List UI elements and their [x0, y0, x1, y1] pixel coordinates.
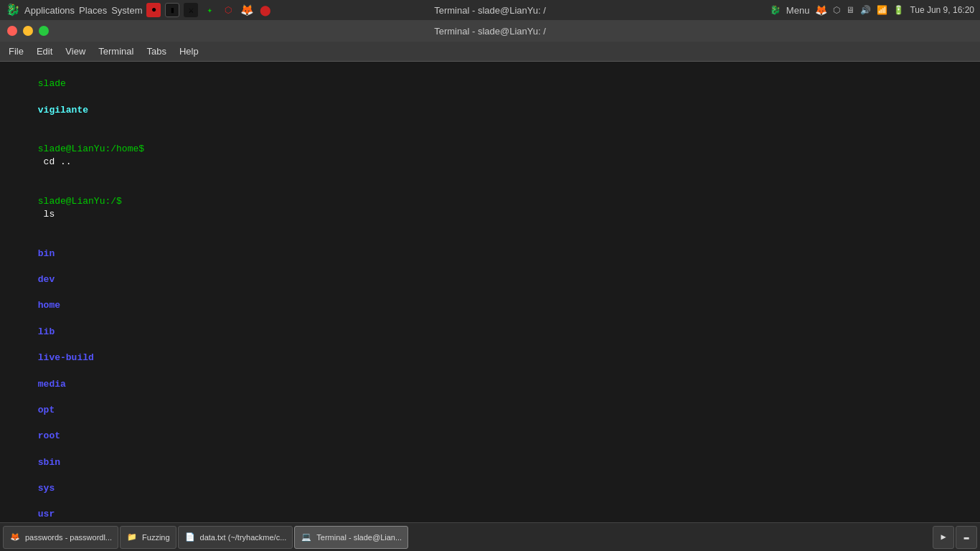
terminal-line: slade vigilante	[4, 65, 976, 130]
window-title: Terminal - slade@LianYu: /	[434, 26, 546, 37]
editor-taskbar-icon: 📄	[184, 532, 196, 543]
terminal-window: Terminal - slade@LianYu: / File Edit Vie…	[0, 20, 980, 522]
firefox-right-icon[interactable]: 🦊	[815, 4, 827, 16]
volume-icon: 🔊	[860, 5, 871, 15]
terminal-line: slade@LianYu:/home$ cd ..	[4, 130, 976, 182]
menu-help[interactable]: Help	[174, 44, 204, 59]
taskbar-minimize-all[interactable]: ▬	[956, 526, 977, 549]
monitor-icon: 🖥	[846, 5, 854, 15]
folder-taskbar-icon: 📁	[126, 532, 138, 543]
system-topbar: 🐉 Applications Places System ● ▮ ⚔ ✦ ⬡ 🦊…	[0, 0, 980, 20]
taskbar-show-desktop[interactable]: ▶	[933, 526, 954, 549]
window-minimize-button[interactable]	[23, 26, 33, 36]
applications-menu[interactable]: Applications	[24, 5, 75, 16]
taskbar-item-data[interactable]: 📄 data.txt (~/tryhackme/c...	[178, 526, 293, 549]
menu-label[interactable]: Menu	[786, 5, 810, 16]
firefox-icon[interactable]: 🦊	[240, 3, 254, 17]
taskbar-app-7[interactable]: ⬤	[258, 3, 273, 17]
prompt-host: vigilante	[38, 105, 88, 116]
window-close-button[interactable]	[7, 26, 17, 36]
topbar-title: Terminal - slade@LianYu: /	[434, 5, 546, 16]
network-icon: 📶	[877, 5, 887, 15]
taskbar-label-terminal: Terminal - slade@Lian...	[316, 533, 402, 542]
places-menu[interactable]: Places	[79, 5, 107, 16]
system-menu[interactable]: System	[111, 5, 142, 16]
terminal-line: slade@LianYu:/$ ls	[4, 182, 976, 235]
taskbar-label-fuzzing: Fuzzing	[142, 533, 170, 542]
topbar-right: 🐉 Menu 🦊 ⬡ 🖥 🔊 📶 🔋 Tue Jun 9, 16:20	[770, 4, 974, 16]
battery-icon: 🔋	[893, 5, 904, 15]
prompt-user: slade	[38, 78, 66, 89]
menu-view[interactable]: View	[60, 44, 91, 59]
window-maximize-button[interactable]	[39, 26, 49, 36]
menu-tabs[interactable]: Tabs	[141, 44, 171, 59]
topbar-app-icon-right[interactable]: 🐉	[770, 5, 781, 15]
taskbar-label-passwords: passwords - passwordl...	[25, 533, 112, 542]
terminal-content[interactable]: slade vigilante slade@LianYu:/home$ cd .…	[0, 62, 980, 522]
menu-file[interactable]: File	[3, 44, 29, 59]
kali-icon: 🐉	[6, 3, 20, 17]
window-titlebar: Terminal - slade@LianYu: /	[0, 20, 980, 42]
taskbar-item-terminal[interactable]: 💻 Terminal - slade@Lian...	[294, 526, 408, 549]
taskbar-app-5[interactable]: ⬡	[221, 3, 235, 17]
taskbar-item-fuzzing[interactable]: 📁 Fuzzing	[120, 526, 176, 549]
terminal-taskbar-icon: 💻	[301, 532, 312, 543]
taskbar-app-1[interactable]: ●	[146, 3, 161, 17]
taskbar-app-2[interactable]: ▮	[165, 3, 179, 17]
taskbar: 🦊 passwords - passwordl... 📁 Fuzzing 📄 d…	[0, 522, 980, 551]
taskbar-item-passwords[interactable]: 🦊 passwords - passwordl...	[3, 526, 118, 549]
bluetooth-icon: ⬡	[833, 5, 840, 15]
menu-edit[interactable]: Edit	[31, 44, 58, 59]
topbar-left: 🐉 Applications Places System ● ▮ ⚔ ✦ ⬡ 🦊…	[6, 3, 273, 17]
menu-terminal[interactable]: Terminal	[93, 44, 139, 59]
menubar: File Edit View Terminal Tabs Help	[0, 42, 980, 62]
firefox-taskbar-icon: 🦊	[9, 532, 21, 543]
taskbar-label-data: data.txt (~/tryhackme/c...	[200, 533, 287, 542]
taskbar-app-3[interactable]: ⚔	[184, 3, 198, 17]
datetime: Tue Jun 9, 16:20	[910, 5, 974, 15]
terminal-line: bin dev home lib live-build media opt ro…	[4, 234, 976, 522]
taskbar-app-4[interactable]: ✦	[202, 3, 217, 17]
